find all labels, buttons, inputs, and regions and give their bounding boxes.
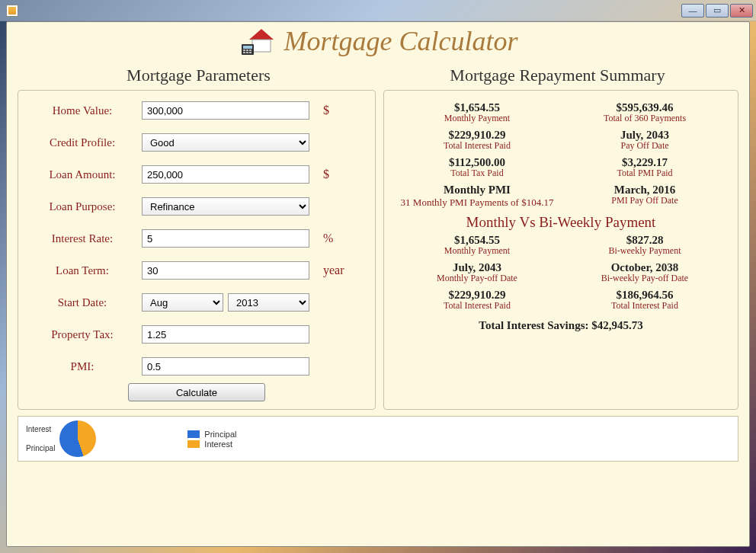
total-interest-savings: Total Interest Savings: $42,945.73 xyxy=(393,319,729,332)
svg-rect-5 xyxy=(246,50,248,51)
monthly-vs-biweekly-header: Monthly Vs Bi-Weekly Payment xyxy=(393,214,729,231)
start-year-select[interactable]: 2013 xyxy=(228,293,309,312)
property-tax-label: Property Tax: xyxy=(27,328,142,341)
parameters-panel: Home Value: $ Credit Profile: Good Loan … xyxy=(18,90,376,410)
total-tax-label: Total Tax Paid xyxy=(393,168,561,179)
loan-term-label: Loan Term: xyxy=(27,264,142,277)
app-title: Mortgage Calculator xyxy=(284,25,518,57)
title-bar: ― ▭ ✕ xyxy=(0,0,756,21)
home-value-input[interactable] xyxy=(142,101,309,120)
interest-rate-input[interactable] xyxy=(142,229,309,248)
monthly-payment-label: Monthly Payment xyxy=(393,113,561,124)
params-section-title: Mortgage Parameters xyxy=(19,66,378,85)
legend-swatch-principal xyxy=(187,430,200,438)
loan-amount-label: Loan Amount: xyxy=(27,168,142,181)
loan-purpose-select[interactable]: Refinance xyxy=(142,197,309,216)
calculate-button[interactable]: Calculate xyxy=(128,383,265,401)
monthly-pmi-header: Monthly PMI xyxy=(393,184,561,197)
pmi-input[interactable] xyxy=(142,357,309,376)
minimize-button[interactable]: ― xyxy=(681,4,704,18)
svg-rect-6 xyxy=(249,50,251,51)
legend-label-principal: Principal xyxy=(204,430,236,439)
vs-monthly-interest-label: Total Interest Paid xyxy=(393,300,561,312)
app-window: ― ▭ ✕ Mortgage Calculator xyxy=(0,0,756,553)
legend-label-interest: Interest xyxy=(204,440,232,449)
loan-amount-unit: $ xyxy=(309,168,348,181)
total-interest-label: Total Interest Paid xyxy=(393,140,561,152)
pie-label-principal: Principal xyxy=(26,444,55,452)
svg-marker-0 xyxy=(249,29,274,40)
start-month-select[interactable]: Aug xyxy=(142,293,223,312)
maximize-button[interactable]: ▭ xyxy=(706,4,729,18)
svg-rect-4 xyxy=(243,50,245,51)
monthly-pmi-text: 31 Monthly PMI Payments of $104.17 xyxy=(393,197,561,211)
credit-profile-select[interactable]: Good xyxy=(142,133,309,152)
app-body: Mortgage Calculator Mortgage Parameters … xyxy=(6,21,750,547)
svg-rect-1 xyxy=(252,40,271,52)
home-value-unit: $ xyxy=(309,104,348,117)
start-date-label: Start Date: xyxy=(27,296,142,309)
loan-purpose-label: Loan Purpose: xyxy=(27,200,142,213)
vs-biweekly-interest-label: Total Interest Paid xyxy=(561,300,729,312)
home-value-label: Home Value: xyxy=(27,104,142,117)
property-tax-input[interactable] xyxy=(142,325,309,344)
summary-panel: $1,654.55 $595,639.46 Monthly Payment To… xyxy=(383,90,738,410)
svg-rect-8 xyxy=(246,52,248,53)
svg-rect-7 xyxy=(243,52,245,53)
house-calculator-icon xyxy=(239,26,278,56)
credit-profile-label: Credit Profile: xyxy=(27,136,142,149)
total-pmi-label: Total PMI Paid xyxy=(561,168,729,179)
loan-term-input[interactable] xyxy=(142,261,309,280)
app-icon xyxy=(6,5,18,17)
chart-area: Interest Principal Principal Interest xyxy=(18,416,738,462)
pie-chart xyxy=(59,420,96,457)
chart-legend: Principal Interest xyxy=(187,429,236,449)
pmi-payoff-label: PMI Pay Off Date xyxy=(561,195,729,206)
vs-monthly-payoff-label: Monthly Pay-off Date xyxy=(393,273,561,284)
app-header: Mortgage Calculator xyxy=(7,22,749,59)
vs-biweekly-payoff-label: Bi-weekly Pay-off Date xyxy=(561,273,729,284)
interest-rate-label: Interest Rate: xyxy=(27,232,142,245)
svg-rect-9 xyxy=(249,52,251,53)
close-button[interactable]: ✕ xyxy=(730,4,753,18)
vs-biweekly-payment-label: Bi-weekly Payment xyxy=(561,245,729,257)
loan-amount-input[interactable] xyxy=(142,165,309,184)
total-payments-label: Total of 360 Payments xyxy=(561,113,729,124)
pmi-label: PMI: xyxy=(27,360,142,373)
interest-rate-unit: % xyxy=(309,232,348,245)
loan-term-unit: year xyxy=(309,264,348,277)
svg-rect-3 xyxy=(243,46,252,49)
payoff-date-label: Pay Off Date xyxy=(561,140,729,152)
legend-swatch-interest xyxy=(187,440,200,448)
summary-section-title: Mortgage Repayment Summary xyxy=(378,66,737,85)
pie-label-interest: Interest xyxy=(26,425,55,433)
vs-monthly-payment-label: Monthly Payment xyxy=(393,245,561,257)
